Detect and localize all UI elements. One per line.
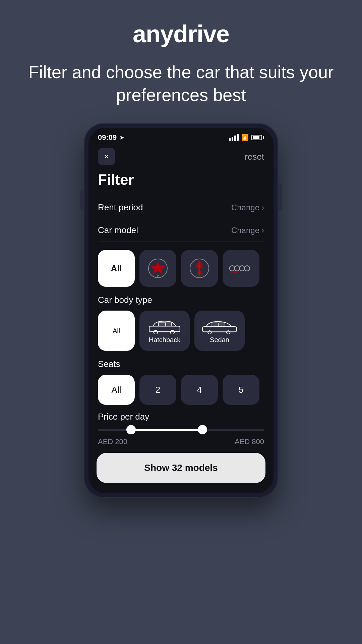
show-models-label: Show 32 models — [144, 463, 218, 473]
body-type-section: Car body type All — [98, 295, 264, 351]
price-max: AED 800 — [235, 437, 264, 446]
close-button[interactable]: × — [98, 148, 115, 165]
brand-chip-audi[interactable]: Audi — [223, 250, 259, 287]
price-slider[interactable] — [98, 429, 264, 431]
seat-chip-4[interactable]: 4 — [181, 375, 218, 405]
signal-icon — [229, 134, 239, 141]
seats-chips-row: All 2 4 5 — [98, 375, 264, 405]
svg-point-4 — [230, 266, 235, 271]
seats-section: Seats All 2 4 5 — [98, 359, 264, 405]
porsche-logo: P — [146, 257, 170, 280]
show-button-wrapper: Show 32 models — [88, 446, 274, 493]
seat-chip-4-label: 4 — [197, 385, 202, 395]
seats-label: Seats — [98, 359, 264, 369]
body-chip-all-label: All — [113, 327, 120, 335]
body-type-label: Car body type — [98, 295, 264, 305]
svg-text:Audi: Audi — [231, 271, 236, 274]
rent-period-action[interactable]: Change › — [231, 203, 264, 212]
brand-chip-all-label: All — [111, 263, 122, 274]
body-chip-sedan-label: Sedan — [210, 336, 229, 344]
svg-point-16 — [227, 331, 230, 334]
rent-period-label: Rent period — [98, 202, 143, 213]
body-type-chips-row: All — [98, 311, 264, 351]
chevron-right-icon-2: › — [261, 226, 264, 235]
body-chip-hatchback[interactable]: Hatchback — [139, 311, 190, 351]
seat-chip-all-label: All — [112, 385, 121, 395]
filter-title: Filter — [98, 171, 264, 188]
close-icon: × — [105, 152, 109, 161]
price-section: Price per day AED 200 AED 800 — [98, 412, 264, 446]
location-icon: ➤ — [119, 134, 124, 141]
hatchback-icon — [148, 318, 181, 334]
svg-point-11 — [171, 330, 175, 334]
brand-chips-row: All P — [98, 250, 264, 287]
status-time: 09:09 — [98, 133, 117, 142]
car-model-label: Car model — [98, 225, 138, 235]
filter-header: × reset — [98, 148, 264, 165]
slider-thumb-left[interactable] — [126, 425, 136, 434]
maserati-logo — [188, 257, 211, 280]
svg-rect-18 — [219, 323, 225, 326]
svg-point-10 — [154, 330, 158, 334]
svg-rect-14 — [202, 327, 237, 332]
svg-rect-12 — [159, 322, 166, 326]
seat-chip-5-label: 5 — [239, 385, 243, 395]
seat-chip-2-label: 2 — [156, 385, 160, 395]
status-icons: 📶 — [229, 134, 264, 141]
wifi-icon: 📶 — [241, 134, 249, 141]
car-model-row[interactable]: Car model Change › — [98, 219, 264, 242]
seat-chip-5[interactable]: 5 — [223, 375, 259, 405]
brand-chip-all[interactable]: All — [98, 250, 135, 287]
seat-chip-2[interactable]: 2 — [139, 375, 176, 405]
svg-point-6 — [240, 266, 245, 271]
chevron-right-icon: › — [261, 203, 264, 212]
body-chip-all[interactable]: All — [98, 311, 135, 351]
rent-period-row[interactable]: Rent period Change › — [98, 196, 264, 219]
sedan-icon — [201, 318, 238, 334]
svg-point-5 — [235, 266, 240, 271]
brand-chip-porsche[interactable]: P — [139, 250, 176, 287]
svg-text:P: P — [157, 274, 159, 277]
price-range: AED 200 AED 800 — [98, 437, 264, 446]
svg-point-15 — [208, 331, 211, 334]
body-chip-hatchback-label: Hatchback — [149, 336, 181, 344]
svg-marker-1 — [150, 262, 165, 274]
svg-point-7 — [245, 266, 250, 271]
seat-chip-all[interactable]: All — [98, 375, 135, 405]
phone-mockup: 09:09 ➤ 📶 — [84, 123, 278, 498]
slider-fill — [131, 429, 202, 431]
audi-logo: Audi — [229, 257, 253, 280]
brand-chips: All P — [98, 250, 264, 287]
svg-rect-17 — [212, 323, 218, 326]
reset-button[interactable]: reset — [245, 152, 264, 162]
svg-rect-13 — [166, 323, 172, 326]
show-models-button[interactable]: Show 32 models — [97, 453, 265, 483]
price-min: AED 200 — [98, 437, 127, 446]
brand-chip-maserati[interactable] — [181, 250, 218, 287]
slider-thumb-right[interactable] — [198, 425, 207, 434]
body-chip-sedan[interactable]: Sedan — [194, 311, 245, 351]
app-tagline: Filter and choose the car that suits you… — [0, 61, 362, 106]
price-label: Price per day — [98, 412, 264, 422]
battery-icon — [251, 135, 264, 140]
status-bar: 09:09 ➤ 📶 — [88, 128, 274, 145]
car-model-action[interactable]: Change › — [231, 226, 264, 235]
app-title: anydrive — [133, 20, 229, 48]
